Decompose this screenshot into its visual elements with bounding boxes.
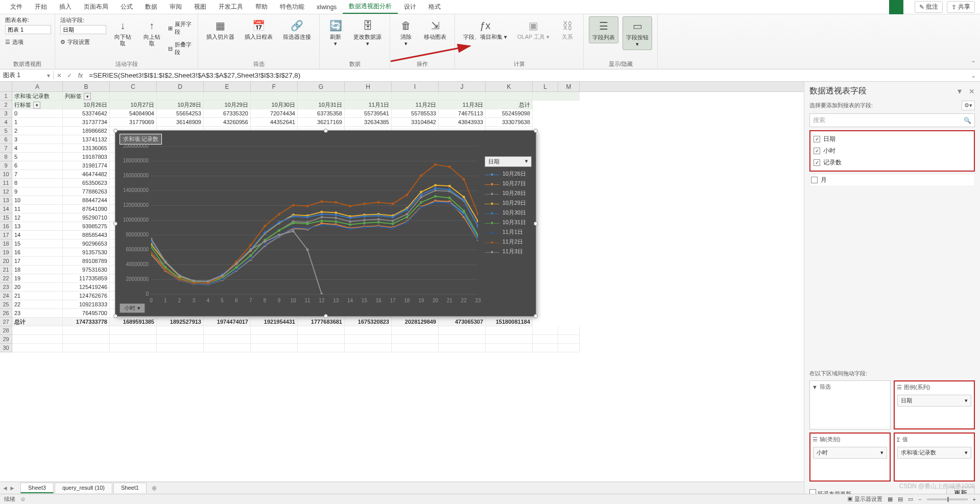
cell[interactable] (392, 92, 439, 101)
row-label[interactable]: 23 (12, 309, 63, 318)
tab-nav-prev[interactable]: ◄ (2, 485, 8, 492)
zoom-slider[interactable] (927, 498, 968, 500)
row-header-20[interactable]: 20 (0, 257, 12, 266)
cell[interactable] (533, 92, 558, 101)
date-header[interactable]: 10月28日 (157, 101, 204, 109)
cell[interactable]: 31737734 (63, 118, 110, 127)
col-header-B[interactable]: B (63, 82, 110, 91)
row-header-22[interactable]: 22 (0, 274, 12, 283)
share-button[interactable]: ⇪共享 (947, 1, 975, 13)
cell[interactable]: 76495700 (63, 309, 110, 318)
cell[interactable]: 18986682 (63, 127, 110, 135)
menu-tab-11[interactable]: xlwings (310, 2, 343, 13)
menu-tab-7[interactable]: 视图 (188, 1, 212, 13)
cell[interactable]: 90296653 (63, 239, 110, 248)
cell[interactable]: 46474482 (63, 170, 110, 179)
cell[interactable] (298, 344, 345, 352)
sheet-tab-Sheet3[interactable]: Sheet3 (20, 483, 54, 493)
cell[interactable] (204, 344, 251, 352)
cell[interactable]: 32634385 (345, 118, 392, 127)
cell[interactable] (486, 92, 533, 101)
formula-input[interactable] (86, 71, 967, 79)
cell[interactable] (533, 344, 558, 352)
expand-field-button[interactable]: ⊞展开字段 (168, 19, 193, 37)
cell[interactable] (110, 326, 157, 335)
change-source-button[interactable]: 🗄更改数据源▾ (350, 16, 385, 49)
annotate-button[interactable]: ✎批注 (915, 1, 943, 13)
cell[interactable] (558, 326, 580, 335)
row-header-23[interactable]: 23 (0, 283, 12, 292)
menu-tab-8[interactable]: 开发工具 (212, 1, 249, 13)
formula-expand-icon[interactable]: ⌄ (967, 72, 980, 79)
cell[interactable]: 552459098 (486, 109, 533, 118)
close-icon[interactable]: ✕ (969, 87, 975, 95)
sheet-tab-Sheet1[interactable]: Sheet1 (113, 483, 147, 493)
filter-area[interactable]: ▼筛选 (809, 380, 891, 429)
col-header-D[interactable]: D (157, 82, 204, 91)
cell[interactable] (298, 335, 345, 344)
legend-item[interactable]: —●—10月27日 (485, 179, 532, 188)
cell[interactable] (204, 326, 251, 335)
resize-handle[interactable] (113, 129, 117, 133)
row-header-5[interactable]: 5 (0, 127, 12, 135)
row-label[interactable]: 21 (12, 292, 63, 300)
row-label[interactable]: 14 (12, 231, 63, 239)
olap-tools-button[interactable]: ▣OLAP 工具 ▾ (514, 16, 553, 42)
move-chart-button[interactable]: ⇲移动图表 (421, 16, 449, 42)
cell[interactable]: 88447244 (63, 196, 110, 205)
menu-tab-5[interactable]: 数据 (139, 1, 163, 13)
cell[interactable]: 333079638 (486, 118, 533, 127)
date-header[interactable]: 11月1日 (345, 101, 392, 109)
cell[interactable] (204, 92, 251, 101)
cell[interactable]: 33104842 (392, 118, 439, 127)
cell[interactable] (298, 326, 345, 335)
date-header[interactable]: 总计 (486, 101, 533, 109)
legend-item[interactable]: —●—10月28日 (485, 188, 532, 198)
enter-icon[interactable]: ✓ (67, 72, 72, 79)
row-header-29[interactable]: 29 (0, 335, 12, 344)
cell[interactable]: 125419246 (63, 283, 110, 292)
row-header-3[interactable]: 3 (0, 109, 12, 118)
active-field-input[interactable] (60, 25, 106, 34)
row-label[interactable]: 5 (12, 153, 63, 161)
pivot-values-label[interactable]: 求和项:记录数 (12, 92, 63, 101)
menu-tab-12[interactable]: 数据透视图分析 (343, 0, 398, 14)
resize-handle[interactable] (324, 129, 328, 133)
axis-area[interactable]: ☰轴(类别)小时▾ (809, 433, 891, 482)
legend-field[interactable]: 日期▾ (897, 395, 971, 406)
cell[interactable] (345, 335, 392, 344)
legend-item[interactable]: —●—11月2日 (485, 237, 532, 247)
row-label[interactable]: 3 (12, 135, 63, 144)
cell[interactable] (204, 335, 251, 344)
menu-tab-2[interactable]: 插入 (53, 1, 78, 13)
cell[interactable]: 109218333 (63, 300, 110, 309)
row-header-18[interactable]: 18 (0, 239, 12, 248)
cell[interactable] (251, 344, 298, 352)
row-header-10[interactable]: 10 (0, 170, 12, 179)
cell[interactable] (251, 326, 298, 335)
row-header-12[interactable]: 12 (0, 187, 12, 196)
cell[interactable] (12, 344, 63, 352)
total-cell[interactable]: 473065307 (439, 318, 486, 326)
row-header-9[interactable]: 9 (0, 161, 12, 170)
date-header[interactable]: 11月2日 (392, 101, 439, 109)
total-cell[interactable]: 1777683681 (298, 318, 345, 326)
cell[interactable]: 72074434 (251, 109, 298, 118)
row-header-28[interactable]: 28 (0, 326, 12, 335)
cell[interactable]: 87641090 (63, 205, 110, 213)
total-cell[interactable]: 1689591385 (110, 318, 157, 326)
row-header-11[interactable]: 11 (0, 179, 12, 187)
values-field[interactable]: 求和项:记录数▾ (897, 447, 971, 459)
col-header-H[interactable]: H (345, 82, 392, 91)
cell[interactable]: 54084904 (110, 109, 157, 118)
cell[interactable]: 117335859 (63, 274, 110, 283)
cell[interactable] (439, 326, 486, 335)
cell[interactable]: 124762676 (63, 292, 110, 300)
row-label[interactable]: 18 (12, 266, 63, 274)
fx-icon[interactable]: fx (75, 72, 86, 79)
field-buttons-button[interactable]: ▭字段按钮▾ (623, 16, 652, 50)
cell[interactable]: 55739541 (345, 109, 392, 118)
cell[interactable] (110, 335, 157, 344)
row-label[interactable]: 9 (12, 187, 63, 196)
menu-tab-13[interactable]: 设计 (398, 1, 422, 13)
